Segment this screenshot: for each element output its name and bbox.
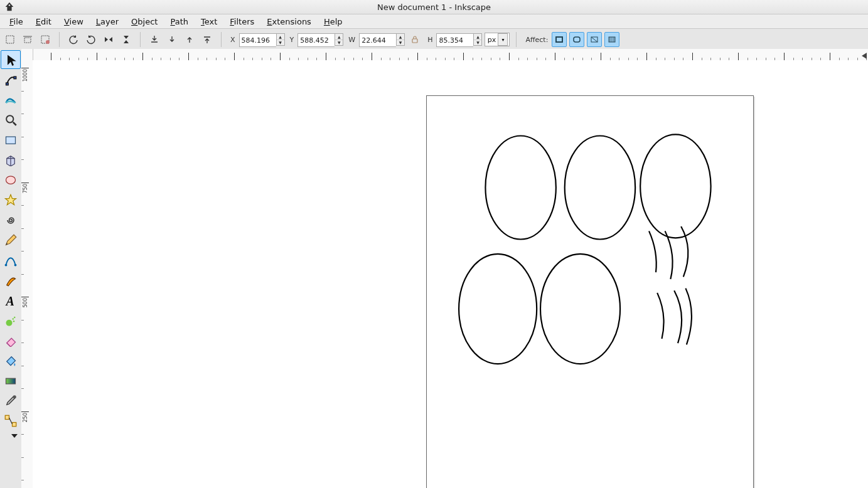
spin-buttons[interactable]: ▲▼	[396, 33, 405, 46]
lower-icon[interactable]	[164, 32, 179, 47]
svg-point-19	[13, 318, 14, 320]
menu-view[interactable]: View	[58, 15, 89, 28]
drawn-ellipse[interactable]	[540, 254, 620, 364]
tool-selector[interactable]	[1, 50, 21, 69]
rotate-cw-icon[interactable]	[83, 32, 99, 47]
drawn-path[interactable]	[681, 226, 688, 277]
tool-rect[interactable]	[1, 130, 21, 149]
page-drawing	[427, 96, 753, 488]
tool-spiral[interactable]	[1, 211, 21, 230]
menu-filters[interactable]: Filters	[224, 15, 260, 28]
tool-gradient[interactable]	[1, 371, 21, 390]
menu-extensions[interactable]: Extensions	[261, 15, 317, 28]
x-label: X	[230, 36, 235, 44]
affect-stroke-icon[interactable]	[552, 32, 567, 47]
spin-buttons[interactable]: ▲▼	[335, 33, 343, 46]
svg-point-14	[6, 176, 16, 184]
menu-text[interactable]: Text	[195, 15, 223, 28]
tool-ellipse[interactable]	[1, 171, 21, 189]
tool-text[interactable]: A	[1, 291, 21, 310]
affect-label: Affect:	[525, 36, 548, 44]
lock-aspect-icon[interactable]	[407, 32, 422, 47]
ruler-end-triangle-icon	[862, 53, 867, 59]
svg-point-18	[6, 320, 13, 326]
svg-rect-22	[6, 378, 16, 384]
menu-edit[interactable]: Edit	[30, 15, 57, 28]
spin-buttons[interactable]: ▲▼	[473, 33, 482, 46]
drawn-path[interactable]	[674, 290, 682, 343]
svg-rect-11	[14, 77, 16, 79]
drawn-path[interactable]	[649, 231, 656, 272]
drawn-ellipse[interactable]	[459, 254, 537, 364]
rotate-ccw-icon[interactable]	[66, 32, 81, 47]
tool-3dbox[interactable]	[1, 151, 21, 169]
tool-eraser[interactable]	[1, 331, 21, 350]
svg-rect-25	[13, 423, 16, 427]
svg-rect-10	[6, 83, 9, 85]
menu-path[interactable]: Path	[164, 15, 194, 28]
tool-paintbucket[interactable]	[1, 351, 21, 370]
svg-point-4	[46, 40, 50, 44]
menu-file[interactable]: File	[4, 15, 29, 28]
tool-node[interactable]	[1, 70, 21, 89]
affect-pattern-icon[interactable]	[604, 32, 619, 47]
svg-text:A: A	[5, 294, 14, 307]
svg-rect-1	[6, 36, 14, 43]
y-spin[interactable]: ▲▼	[297, 33, 343, 46]
h-label: H	[427, 36, 432, 44]
tool-zoom[interactable]	[1, 110, 21, 129]
w-spin[interactable]: ▲▼	[359, 33, 405, 46]
h-spin[interactable]: ▲▼	[436, 33, 482, 46]
x-input[interactable]	[239, 33, 276, 47]
tool-options-bar: X ▲▼ Y ▲▼ W ▲▼ H ▲▼ px▾ Affect:	[0, 29, 868, 51]
tool-calligraphy[interactable]	[1, 271, 21, 290]
horizontal-ruler-wrap: -800-700-600-500-400-300-200-10001002003…	[21, 49, 868, 61]
lower-to-bottom-icon[interactable]	[147, 32, 162, 47]
tool-bezier[interactable]	[1, 251, 21, 270]
tool-spray[interactable]	[1, 311, 21, 330]
w-input[interactable]	[359, 33, 396, 47]
separator	[59, 32, 60, 47]
spin-buttons[interactable]: ▲▼	[276, 33, 285, 46]
svg-point-15	[5, 264, 8, 267]
svg-point-20	[14, 317, 16, 319]
svg-point-12	[6, 115, 13, 122]
svg-point-0	[9, 4, 10, 6]
raise-icon[interactable]	[182, 32, 197, 47]
x-spin[interactable]: ▲▼	[239, 33, 285, 46]
tool-connector[interactable]	[1, 411, 21, 430]
drawn-ellipse[interactable]	[565, 136, 635, 240]
svg-rect-7	[574, 37, 580, 42]
vertical-ruler[interactable]: 1000750500250	[21, 60, 33, 488]
more-tools-icon[interactable]	[11, 434, 18, 438]
drawn-path[interactable]	[685, 289, 692, 345]
menu-layer[interactable]: Layer	[90, 15, 124, 28]
flip-horizontal-icon[interactable]	[101, 32, 116, 47]
raise-to-top-icon[interactable]	[200, 32, 215, 47]
select-all-icon[interactable]	[3, 32, 18, 47]
drawn-path[interactable]	[657, 293, 663, 339]
y-input[interactable]	[297, 33, 335, 47]
h-input[interactable]	[436, 33, 473, 47]
affect-gradient-icon[interactable]	[587, 32, 602, 47]
menu-object[interactable]: Object	[126, 15, 163, 28]
deselect-icon[interactable]	[38, 32, 53, 47]
title-bar: New document 1 - Inkscape	[0, 0, 868, 14]
select-in-layers-icon[interactable]	[20, 32, 35, 47]
tool-dropper[interactable]	[1, 391, 21, 410]
svg-rect-2	[24, 38, 31, 43]
tool-star[interactable]	[1, 191, 21, 210]
units-select[interactable]: px▾	[485, 33, 510, 46]
horizontal-ruler[interactable]: -800-700-600-500-400-300-200-10001002003…	[33, 49, 868, 60]
chevron-down-icon[interactable]: ▾	[498, 33, 508, 46]
separator	[221, 32, 222, 47]
flip-vertical-icon[interactable]	[119, 32, 134, 47]
tool-tweak[interactable]	[1, 90, 21, 109]
affect-rx-icon[interactable]	[569, 32, 584, 47]
drawn-ellipse[interactable]	[485, 136, 555, 240]
drawn-ellipse[interactable]	[640, 134, 710, 238]
tool-pencil[interactable]	[1, 231, 21, 250]
menu-help[interactable]: Help	[318, 15, 348, 28]
canvas[interactable]	[33, 60, 868, 488]
svg-point-21	[13, 321, 15, 322]
